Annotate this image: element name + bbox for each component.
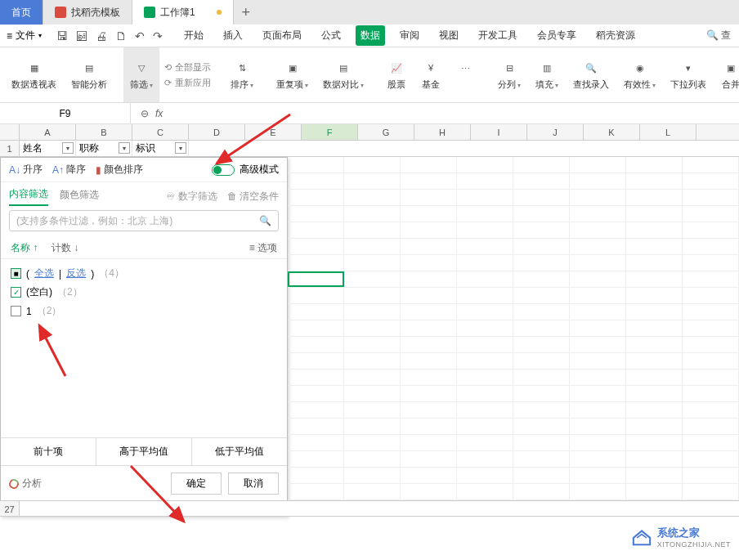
cell[interactable] — [401, 468, 457, 483]
fund-button[interactable]: ¥基金 — [414, 47, 447, 102]
cell[interactable] — [401, 320, 457, 336]
cell[interactable] — [401, 451, 457, 467]
cell[interactable] — [626, 190, 683, 205]
cell[interactable] — [570, 435, 626, 450]
cell[interactable] — [626, 157, 683, 172]
cell[interactable] — [683, 173, 739, 189]
cell[interactable] — [288, 190, 344, 205]
cell[interactable] — [513, 222, 570, 238]
cell[interactable] — [288, 435, 344, 450]
cell[interactable] — [513, 386, 570, 401]
cell[interactable] — [457, 353, 513, 369]
cell[interactable] — [626, 271, 683, 287]
list-item-blank[interactable]: ✓ (空白)（2） — [11, 283, 277, 302]
checkbox-checked-icon[interactable]: ✓ — [11, 287, 21, 298]
cell[interactable] — [570, 353, 626, 369]
cell[interactable] — [457, 402, 513, 418]
dropdown-button[interactable]: ▾下拉列表 — [664, 47, 713, 102]
cell[interactable] — [683, 222, 739, 238]
cell[interactable] — [626, 239, 683, 254]
cell[interactable] — [683, 451, 739, 467]
cell[interactable] — [626, 484, 683, 500]
row-header-27[interactable]: 27 — [0, 501, 20, 516]
save-as-icon[interactable]: 🗟 — [76, 29, 87, 43]
cell[interactable] — [457, 386, 513, 401]
cell[interactable] — [344, 288, 401, 303]
cancel-button[interactable]: 取消 — [228, 473, 279, 495]
menu-start[interactable]: 开始 — [179, 25, 208, 46]
cell[interactable] — [288, 222, 344, 238]
cell[interactable] — [344, 402, 401, 418]
cell[interactable] — [513, 353, 570, 369]
duplicates-button[interactable]: ▣重复项▾ — [270, 47, 315, 102]
menu-review[interactable]: 审阅 — [395, 25, 424, 46]
col-header-C[interactable]: C — [132, 124, 189, 140]
cell[interactable] — [683, 190, 739, 205]
cell[interactable] — [626, 468, 683, 483]
cell[interactable] — [401, 288, 457, 303]
lookup-button[interactable]: 🔍查找录入 — [567, 47, 616, 102]
cell[interactable] — [288, 419, 344, 434]
cell[interactable] — [570, 337, 626, 352]
cell[interactable] — [683, 435, 739, 450]
cell[interactable] — [344, 337, 401, 352]
checkbox-empty-icon[interactable] — [11, 306, 21, 316]
cell[interactable] — [570, 239, 626, 254]
cell[interactable] — [344, 157, 401, 172]
col-header-J[interactable]: J — [527, 124, 584, 140]
cell[interactable] — [513, 468, 570, 483]
cell[interactable] — [513, 190, 570, 205]
cell[interactable] — [344, 255, 401, 271]
cell[interactable] — [513, 157, 570, 172]
cell[interactable] — [344, 468, 401, 483]
cell[interactable] — [513, 320, 570, 336]
cell[interactable] — [288, 288, 344, 303]
cell[interactable] — [513, 419, 570, 434]
cell[interactable] — [288, 337, 344, 352]
col-header-H[interactable]: H — [414, 124, 471, 140]
cell[interactable] — [401, 370, 457, 385]
cell[interactable] — [626, 370, 683, 385]
tab-workbook[interactable]: 工作簿1 — [132, 0, 234, 25]
cell[interactable] — [683, 304, 739, 320]
cell[interactable] — [288, 206, 344, 222]
cell[interactable] — [683, 337, 739, 352]
merge-button[interactable]: ▣合并 — [714, 47, 739, 102]
cell[interactable] — [344, 239, 401, 254]
cell[interactable] — [457, 435, 513, 450]
cell[interactable] — [457, 370, 513, 385]
cell[interactable] — [683, 370, 739, 385]
cell[interactable] — [401, 304, 457, 320]
cell[interactable] — [457, 239, 513, 254]
cell[interactable] — [288, 386, 344, 401]
menu-data[interactable]: 数据 — [356, 25, 385, 46]
cell[interactable] — [457, 419, 513, 434]
reapply-button[interactable]: ⟳ 重新应用 — [164, 77, 211, 89]
cell[interactable] — [513, 304, 570, 320]
cell[interactable] — [344, 419, 401, 434]
fill-button[interactable]: ▥填充▾ — [529, 47, 565, 102]
cell[interactable] — [344, 484, 401, 500]
cell[interactable] — [570, 206, 626, 222]
cell[interactable] — [457, 255, 513, 271]
cell[interactable] — [513, 255, 570, 271]
cell[interactable] — [683, 353, 739, 369]
more-types-button[interactable]: ⋯ — [449, 47, 481, 102]
menu-member[interactable]: 会员专享 — [532, 25, 581, 46]
col-count-header[interactable]: 计数 ↓ — [52, 241, 78, 255]
col-header-A[interactable]: A — [20, 124, 76, 140]
cell[interactable] — [457, 173, 513, 189]
cell[interactable] — [683, 157, 739, 172]
new-tab-button[interactable]: + — [234, 0, 258, 25]
cell[interactable] — [344, 222, 401, 238]
cell[interactable] — [626, 337, 683, 352]
col-header-D[interactable]: D — [189, 124, 245, 140]
cell[interactable] — [570, 173, 626, 189]
cell[interactable] — [626, 206, 683, 222]
cell[interactable] — [288, 353, 344, 369]
cell[interactable] — [288, 271, 344, 287]
cell[interactable] — [457, 157, 513, 172]
top10-button[interactable]: 前十项 — [1, 438, 96, 465]
cell[interactable] — [457, 451, 513, 467]
cell[interactable] — [513, 239, 570, 254]
